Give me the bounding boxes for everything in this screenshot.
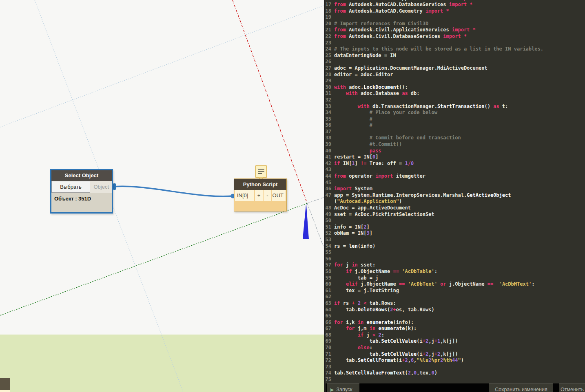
- code-line: 73: [325, 364, 585, 370]
- code-line: 50: [325, 218, 585, 224]
- code-line: 20# Import references from Civil3D: [325, 21, 585, 27]
- line-number: 18: [325, 8, 332, 15]
- input-port-in0[interactable]: IN[0]: [235, 190, 254, 201]
- output-port-stub[interactable]: [113, 183, 116, 190]
- line-number: 38: [325, 135, 332, 141]
- code-line: 54rs = len(info): [325, 243, 585, 250]
- line-number: 74: [325, 370, 332, 377]
- line-number: 40: [325, 148, 332, 154]
- line-number: 56: [325, 256, 332, 262]
- code-line: 40 pass: [325, 148, 585, 154]
- output-port-out[interactable]: OUT: [272, 190, 286, 201]
- line-number: 42: [325, 161, 332, 167]
- node-wire[interactable]: [113, 186, 233, 196]
- play-icon: ▶: [330, 387, 334, 392]
- code-line: 25dataEnteringNode = IN: [325, 53, 585, 59]
- line-number: 35: [325, 116, 332, 123]
- run-button[interactable]: ▶Запуск: [327, 383, 359, 392]
- python-code-editor[interactable]: 16from Autodesk.AutoCAD.ApplicationServi…: [324, 0, 585, 392]
- code-line: 33 with db.TransactionManager.StartTrans…: [325, 104, 585, 110]
- code-line: 57for j in sset:: [325, 262, 585, 269]
- dynamo-python-editor-screen: Select Object Выбрать Object Объект : 35…: [0, 0, 585, 392]
- cancel-button[interactable]: Отменить: [559, 383, 585, 392]
- code-lines[interactable]: 16from Autodesk.AutoCAD.ApplicationServi…: [325, 0, 585, 383]
- code-line: 71 tab.SetCellValue(i+2,j+2,k[j]): [325, 351, 585, 358]
- line-number: 63: [325, 300, 332, 307]
- save-changes-button[interactable]: Сохранить изменения: [489, 383, 553, 392]
- editor-footer: ▶Запуск Сохранить изменения Отменить: [326, 383, 585, 392]
- line-number: 55: [325, 249, 332, 256]
- comment-note-icon[interactable]: [256, 166, 267, 181]
- line-number: 17: [325, 2, 332, 8]
- code-line: 68 if j < 2:: [325, 332, 585, 339]
- code-line: 26: [325, 59, 585, 65]
- line-number: 52: [325, 230, 332, 237]
- code-line: 18from Autodesk.AutoCAD.Geometry import …: [325, 8, 585, 15]
- line-number: 22: [325, 33, 332, 40]
- code-line: 28editor = adoc.Editor: [325, 72, 585, 78]
- line-number: 43: [325, 167, 332, 173]
- line-number: 62: [325, 294, 332, 300]
- grid-line: [0, 5, 324, 127]
- line-number: 20: [325, 21, 332, 27]
- line-number: 49: [325, 211, 332, 218]
- line-number: [325, 198, 332, 205]
- line-number: 53: [325, 237, 332, 243]
- line-number: 75: [325, 377, 332, 383]
- line-number: 28: [325, 72, 332, 78]
- axis-gray-line: [307, 197, 324, 203]
- run-button-label: Запуск: [336, 387, 352, 392]
- line-number: 33: [325, 104, 332, 110]
- code-line: 35 #: [325, 116, 585, 123]
- line-number: 64: [325, 307, 332, 313]
- partial-node-body: [0, 390, 10, 392]
- code-line: 66for i,k in enumerate(info):: [325, 319, 585, 326]
- add-input-button[interactable]: +: [255, 190, 263, 201]
- code-line: 21from Autodesk.Civil.ApplicationService…: [325, 27, 585, 33]
- line-number: 66: [325, 319, 332, 326]
- code-line: 65: [325, 313, 585, 319]
- code-line: 59 tab = j: [325, 275, 585, 282]
- workspace-canvas[interactable]: Select Object Выбрать Object Объект : 35…: [0, 0, 324, 392]
- line-number: 72: [325, 357, 332, 364]
- line-number: 19: [325, 14, 332, 21]
- code-line: 37: [325, 129, 585, 135]
- partial-node[interactable]: [0, 378, 10, 392]
- python-script-node[interactable]: Python Script IN[0] + - OUT: [234, 178, 287, 211]
- node-title: Select Object: [51, 170, 112, 181]
- code-line: 56: [325, 256, 585, 262]
- line-number: 54: [325, 243, 332, 250]
- node-body[interactable]: [234, 201, 286, 211]
- line-number: 65: [325, 313, 332, 319]
- line-number: 47: [325, 192, 332, 199]
- select-button[interactable]: Выбрать: [51, 181, 90, 193]
- code-line: ("Autocad.Application"): [325, 198, 585, 205]
- code-line: 34 # Place your code below: [325, 110, 585, 116]
- axis-red-line: [233, 0, 307, 203]
- line-number: 46: [325, 186, 332, 192]
- line-number: 60: [325, 281, 332, 288]
- code-line: 27adoc = Application.DocumentManager.Mdi…: [325, 65, 585, 72]
- line-number: 34: [325, 110, 332, 116]
- line-number: 30: [325, 84, 332, 91]
- code-line: 45: [325, 180, 585, 186]
- node-title: Python Script: [234, 179, 286, 190]
- select-object-node[interactable]: Select Object Выбрать Object Объект : 35…: [50, 169, 113, 214]
- ground-plane: [0, 335, 324, 392]
- line-number: 68: [325, 332, 332, 339]
- code-line: 63if rs + 2 < tab.Rows:: [325, 300, 585, 307]
- line-number: 61: [325, 288, 332, 294]
- line-number: 59: [325, 275, 332, 282]
- line-number: 29: [325, 78, 332, 84]
- node-value-text: Объект : 351D: [51, 193, 112, 212]
- line-number: 48: [325, 205, 332, 211]
- code-line: 52obNam = IN[3]: [325, 230, 585, 237]
- code-line: 32: [325, 97, 585, 104]
- remove-input-button[interactable]: -: [264, 190, 271, 201]
- line-number: 41: [325, 154, 332, 161]
- code-line: 61 tex = j.TextString: [325, 288, 585, 294]
- line-number: 26: [325, 59, 332, 65]
- code-line: 41restart = IN[0]: [325, 154, 585, 161]
- line-number: 45: [325, 180, 332, 186]
- object-output-port[interactable]: Object: [90, 181, 112, 193]
